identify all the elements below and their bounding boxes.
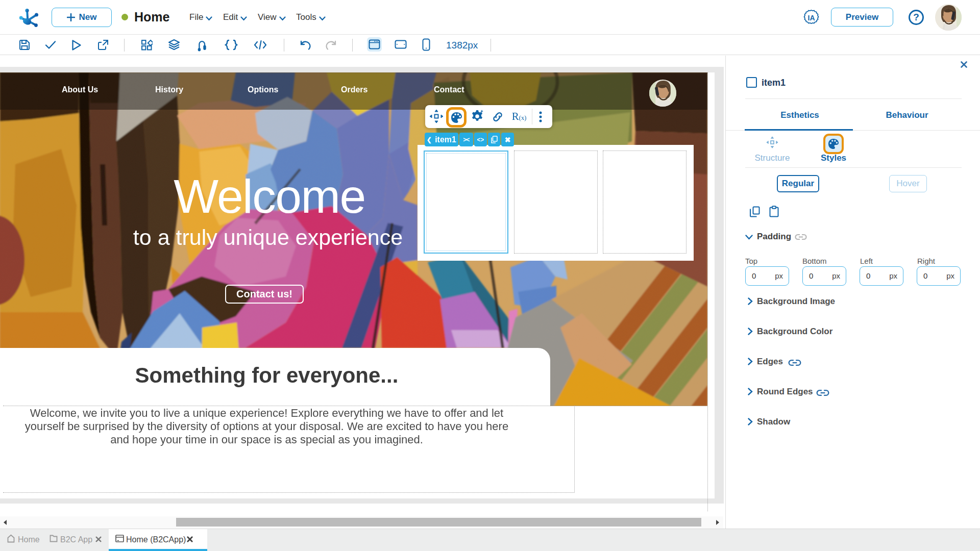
- svg-text:IA: IA: [808, 14, 815, 22]
